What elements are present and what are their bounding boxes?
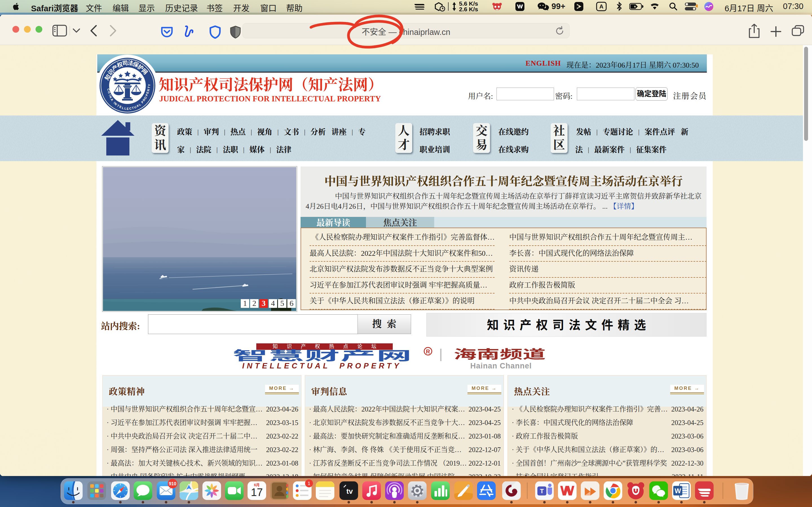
svg-text:17: 17: [251, 487, 263, 498]
svg-text:T: T: [540, 488, 544, 495]
svg-text:tv: tv: [346, 487, 353, 496]
svg-text:1: 1: [243, 299, 247, 307]
svg-text:3: 3: [262, 299, 266, 307]
svg-text:4: 4: [271, 299, 275, 307]
svg-text:5: 5: [280, 299, 284, 307]
svg-text:1: 1: [308, 481, 310, 486]
svg-text:2: 2: [252, 299, 256, 307]
svg-text:6: 6: [290, 299, 294, 307]
svg-text:Y: Y: [147, 83, 151, 86]
svg-text:910: 910: [169, 482, 176, 486]
svg-text:W: W: [675, 487, 681, 495]
svg-text:E: E: [126, 107, 129, 110]
